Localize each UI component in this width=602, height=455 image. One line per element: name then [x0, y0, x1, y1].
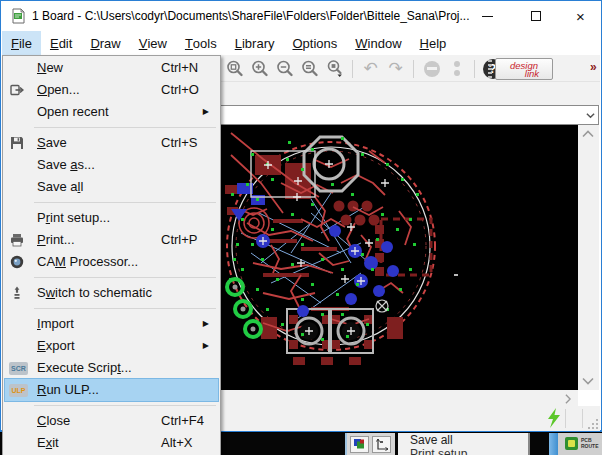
- close-button[interactable]: ×: [558, 1, 602, 31]
- combo-dropdown-icon[interactable]: [586, 111, 595, 120]
- menu-item-export[interactable]: Export▶: [5, 335, 218, 357]
- vertical-scrollbar[interactable]: [578, 125, 599, 390]
- menu-separator: [34, 202, 216, 203]
- open-icon: [9, 82, 33, 98]
- cam-icon: [9, 254, 33, 270]
- menu-item-open[interactable]: Open...Ctrl+O: [5, 79, 218, 101]
- menu-item-label: Switch to schematic: [37, 285, 152, 300]
- zoom-select-dropdown-icon[interactable]: [325, 59, 345, 79]
- menu-item-switch-to-schematic[interactable]: Switch to schematic: [5, 282, 218, 304]
- status-separator: [582, 409, 583, 428]
- background-toolbar: [345, 433, 395, 455]
- minimize-button[interactable]: [465, 1, 510, 31]
- scroll-right-icon[interactable]: [564, 394, 572, 404]
- menu-item-shortcut: Ctrl+F4: [161, 410, 204, 432]
- menu-item-label: Save: [37, 135, 67, 150]
- menu-item-label: Close: [37, 413, 70, 428]
- toolbar-separator: [474, 60, 475, 78]
- pcb-route-logo-text: PCB ROUTE: [581, 437, 602, 449]
- zoom-in-icon[interactable]: [250, 59, 270, 79]
- menu-item-exit[interactable]: ExitAlt+X: [5, 432, 218, 454]
- scr-badge: SCR: [9, 360, 33, 376]
- menu-item-execute-script[interactable]: SCRExecute Script...: [5, 357, 218, 379]
- window-title: 1 Board - C:\Users\codyr\Documents\Share…: [32, 9, 470, 23]
- menu-item-print[interactable]: Print...Ctrl+P: [5, 229, 218, 251]
- menu-item-save-all[interactable]: Save all: [5, 176, 218, 198]
- submenu-arrow-icon: ▶: [203, 313, 209, 335]
- menu-item-save[interactable]: SaveCtrl+S: [5, 132, 218, 154]
- menu-icon-gutter: [9, 316, 33, 332]
- menu-item-shortcut: Alt+X: [161, 432, 192, 454]
- menu-icon-gutter: [9, 60, 33, 76]
- resize-grip[interactable]: [587, 418, 599, 430]
- scroll-down-icon[interactable]: [582, 377, 594, 385]
- menu-separator: [34, 405, 216, 406]
- menubar-window[interactable]: Window: [346, 31, 410, 55]
- scr-badge-icon: SCR: [9, 362, 28, 375]
- menu-item-shortcut: Ctrl+O: [161, 79, 199, 101]
- menubar-edit[interactable]: Edit: [41, 31, 81, 55]
- menu-item-save-as[interactable]: Save as...: [5, 154, 218, 176]
- menu-icon-gutter: [9, 435, 33, 451]
- background-blue-bar: [549, 433, 558, 455]
- background-menu-item: Save all: [410, 433, 528, 448]
- title-bar[interactable]: 1 Board - C:\Users\codyr\Documents\Share…: [1, 1, 601, 31]
- menu-item-label: Execute Script...: [37, 360, 132, 375]
- menu-item-shortcut: Ctrl+P: [161, 229, 197, 251]
- toolbar-overflow-chevron[interactable]: »: [590, 60, 597, 74]
- display-layers-icon: [350, 436, 369, 453]
- menu-item-import[interactable]: Import▶: [5, 313, 218, 335]
- switch-icon: [9, 285, 33, 301]
- menubar-file[interactable]: File: [2, 31, 41, 55]
- menu-separator: [34, 127, 216, 128]
- menu-item-label: New: [37, 60, 63, 75]
- zoom-out-icon[interactable]: [275, 59, 295, 79]
- menu-item-label: Print...: [37, 232, 75, 247]
- menubar-tools[interactable]: Tools: [176, 31, 226, 55]
- menubar-library[interactable]: Library: [226, 31, 284, 55]
- menu-item-print-setup[interactable]: Print setup...: [5, 207, 218, 229]
- menubar-help[interactable]: Help: [411, 31, 456, 55]
- zoom-exact-icon[interactable]: [300, 59, 320, 79]
- menubar-draw[interactable]: Draw: [81, 31, 129, 55]
- maximize-button[interactable]: [513, 1, 558, 31]
- menu-item-close[interactable]: CloseCtrl+F4: [5, 410, 218, 432]
- menu-item-label: Save all: [37, 179, 83, 194]
- undo-icon[interactable]: ↶: [361, 59, 381, 79]
- pcb-route-logo-icon: [565, 437, 578, 450]
- menu-icon-gutter: [9, 210, 33, 226]
- toolbar-drag-handle[interactable]: [488, 60, 492, 78]
- menu-separator: [34, 308, 216, 309]
- zoom-fit-icon[interactable]: [225, 59, 245, 79]
- print-icon: [9, 232, 33, 248]
- redo-icon[interactable]: ↷: [386, 59, 406, 79]
- menu-separator: [34, 277, 216, 278]
- menu-icon-gutter: [9, 179, 33, 195]
- scroll-up-icon[interactable]: [582, 130, 594, 138]
- grid-icon: [372, 436, 391, 453]
- design-link-button[interactable]: design link: [495, 58, 553, 80]
- menu-item-run-ulp[interactable]: ULPRun ULP...: [5, 379, 218, 401]
- traffic-light-icon[interactable]: [447, 59, 467, 79]
- menu-item-open-recent[interactable]: Open recent▶: [5, 101, 218, 123]
- menu-item-label: Save as...: [37, 157, 95, 172]
- menu-item-cam-processor[interactable]: CAM Processor...: [5, 251, 218, 273]
- menu-item-label: Exit: [37, 435, 59, 450]
- menu-icon-gutter: [9, 104, 33, 120]
- background-panel: PCB ROUTE: [558, 433, 602, 455]
- menu-item-label: Open...: [37, 82, 80, 97]
- menu-bar: FileEditDrawViewToolsLibraryOptionsWindo…: [2, 31, 600, 55]
- save-icon: [9, 135, 33, 151]
- menu-item-new[interactable]: NewCtrl+N: [5, 57, 218, 79]
- background-menu-item: Print setup...: [410, 448, 528, 455]
- stop-icon[interactable]: [422, 59, 442, 79]
- menu-icon-gutter: [9, 413, 33, 429]
- menu-item-label: CAM Processor...: [37, 254, 138, 269]
- menubar-options[interactable]: Options: [283, 31, 346, 55]
- menu-item-label: Export: [37, 338, 75, 353]
- menu-item-label: Run ULP...: [37, 382, 99, 397]
- file-menu-dropdown: NewCtrl+NOpen...Ctrl+OOpen recent▶SaveCt…: [2, 55, 221, 455]
- menubar-view[interactable]: View: [130, 31, 176, 55]
- toolbar-separator: [352, 60, 353, 78]
- menu-icon-gutter: [9, 157, 33, 173]
